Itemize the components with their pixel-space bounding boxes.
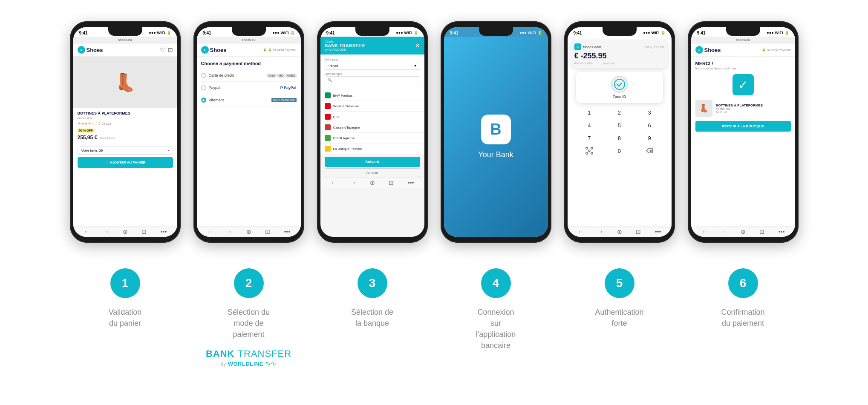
status-icons-1: ●●● WiFi 🔋 bbox=[149, 31, 171, 35]
pin-2[interactable]: 2 bbox=[611, 106, 628, 118]
fwd-btn-1[interactable]: → bbox=[103, 228, 109, 235]
pin-6[interactable]: 6 bbox=[641, 119, 658, 131]
back-btn-3[interactable]: ← bbox=[331, 179, 337, 186]
pin-delete[interactable] bbox=[641, 145, 658, 157]
notif-subtitle: Authentication payment bbox=[574, 62, 665, 65]
bt-close-icon[interactable]: ✕ bbox=[415, 42, 420, 49]
logo-icon-2: ♦ bbox=[201, 46, 209, 54]
suivant-btn[interactable]: Suivant bbox=[325, 157, 420, 167]
add-btn-1[interactable]: ⊕ bbox=[123, 228, 128, 235]
pin-9[interactable]: 9 bbox=[641, 132, 658, 144]
payment-option-paypal[interactable]: Paypal P PayPal bbox=[201, 82, 297, 94]
bank-item-bnp[interactable]: BNP Paribas bbox=[320, 90, 424, 101]
bank-item-cic[interactable]: CIC bbox=[320, 112, 424, 122]
step-4: 4 Connexionsurl'applicationbancaire bbox=[434, 268, 558, 351]
faceid-dialog: Face ID bbox=[576, 72, 663, 103]
step-circle-2: 2 bbox=[234, 268, 264, 298]
pin-8[interactable]: 8 bbox=[611, 132, 628, 144]
phone1: 9:41 ●●● WiFi 🔋 shoes.eu ♦ Shoes bbox=[70, 21, 181, 243]
bank-item-ca[interactable]: Crédit Agricole bbox=[320, 133, 424, 144]
back-btn-2[interactable]: ← bbox=[207, 228, 213, 235]
more-btn-2[interactable]: ••• bbox=[284, 228, 291, 235]
fwd-btn-6[interactable]: → bbox=[721, 228, 727, 235]
radio-card[interactable] bbox=[201, 73, 206, 78]
more-btn-1[interactable]: ••• bbox=[161, 228, 167, 235]
faceid-label: Face ID bbox=[612, 95, 626, 99]
pin-7[interactable]: 7 bbox=[581, 132, 598, 144]
phone2-wrapper: 9:41 ●●● WiFi 🔋 shoes.eu ♦ Shoes bbox=[193, 21, 304, 243]
fwd-btn-2[interactable]: → bbox=[227, 228, 233, 235]
pin-4[interactable]: 4 bbox=[581, 119, 598, 131]
status-bar-4: 9:41 ●●● WiFi 🔋 bbox=[444, 27, 548, 37]
phone4: 9:41 ●●● WiFi 🔋 B Your Bank bbox=[441, 21, 551, 243]
radio-virement[interactable] bbox=[201, 98, 206, 103]
time-2: 9:41 bbox=[203, 31, 211, 35]
secured-badge-6: 🔒 Secured Payment bbox=[762, 48, 791, 52]
pin-0[interactable]: 0 bbox=[611, 145, 628, 157]
phone6: 9:41 ●●● WiFi 🔋 shoes.eu ♦ Shoes bbox=[688, 21, 799, 243]
status-bar-3: 9:41 ●●● WiFi 🔋 bbox=[320, 27, 424, 37]
svg-rect-2 bbox=[591, 147, 593, 149]
tabs-btn-5[interactable]: ⊡ bbox=[636, 228, 641, 235]
app-logo-6: ♦ Shoes bbox=[695, 46, 721, 54]
add-to-cart-btn[interactable]: 🛒 AJOUTER AU PANIER bbox=[78, 157, 173, 168]
add-btn-3[interactable]: ⊕ bbox=[370, 179, 375, 186]
phone4-screen: 9:41 ●●● WiFi 🔋 B Your Bank bbox=[444, 27, 548, 237]
pin-1[interactable]: 1 bbox=[581, 106, 598, 118]
pin-5[interactable]: 5 bbox=[611, 119, 628, 131]
payment-content: Choose a payment method Carte de crédit … bbox=[197, 57, 301, 226]
payment-title: Choose a payment method bbox=[201, 61, 297, 66]
bottom-bar-3: ← → ⊕ ⊡ ••• bbox=[320, 177, 424, 188]
bank-search[interactable]: 🔍 bbox=[325, 76, 420, 84]
phone2-screen: 9:41 ●●● WiFi 🔋 shoes.eu ♦ Shoes bbox=[197, 27, 301, 237]
bank-label: Votre banque bbox=[325, 72, 420, 75]
more-btn-6[interactable]: ••• bbox=[779, 228, 785, 235]
phone6-wrapper: 9:41 ●●● WiFi 🔋 shoes.eu ♦ Shoes bbox=[688, 21, 799, 243]
step-label-2: Sélection dumode depaiement bbox=[228, 307, 270, 340]
payment-option-card[interactable]: Carte de crédit VISA MC AMEX bbox=[201, 69, 297, 82]
payment-option-virement[interactable]: Virement BANK TRANSFER bbox=[201, 94, 297, 106]
fwd-btn-3[interactable]: → bbox=[350, 179, 356, 186]
tabs-btn-1[interactable]: ⊡ bbox=[141, 228, 147, 235]
phone1-screen: 9:41 ●●● WiFi 🔋 shoes.eu ♦ Shoes bbox=[73, 27, 177, 237]
bottom-bar-2: ← → ⊕ ⊡ ••• bbox=[197, 226, 301, 237]
bank-transfer-header: Détails BANK TRANSFER by WORLDLINE ✕ bbox=[320, 37, 424, 55]
pin-3[interactable]: 3 bbox=[641, 106, 658, 118]
return-btn[interactable]: RETOUR À LA BOUTIQUE bbox=[695, 121, 791, 132]
bank-item-sg[interactable]: Société Générale bbox=[320, 101, 424, 112]
add-btn-2[interactable]: ⊕ bbox=[246, 228, 251, 235]
back-btn-6[interactable]: ← bbox=[701, 228, 707, 235]
back-btn-5[interactable]: ← bbox=[578, 228, 584, 235]
pin-faceid[interactable] bbox=[581, 145, 598, 157]
paypal-logo: P PayPal bbox=[280, 86, 297, 90]
step-label-1: Validationdu panier bbox=[109, 307, 142, 329]
country-select[interactable]: France ▼ bbox=[325, 62, 420, 70]
tabs-btn-6[interactable]: ⊡ bbox=[759, 228, 764, 235]
add-btn-5[interactable]: ⊕ bbox=[617, 228, 622, 235]
tabs-btn-2[interactable]: ⊡ bbox=[265, 228, 270, 235]
bank-app-name: Your Bank bbox=[478, 150, 513, 159]
add-btn-6[interactable]: ⊕ bbox=[741, 228, 746, 235]
status-bar-6: 9:41 ●●● WiFi 🔋 bbox=[691, 27, 795, 37]
more-btn-5[interactable]: ••• bbox=[655, 228, 661, 235]
tabs-btn-3[interactable]: ⊡ bbox=[389, 179, 394, 186]
svg-point-5 bbox=[588, 150, 590, 152]
fwd-btn-5[interactable]: → bbox=[597, 228, 603, 235]
bt-details: Détails bbox=[325, 40, 365, 43]
back-btn-1[interactable]: ← bbox=[84, 228, 89, 235]
more-btn-3[interactable]: ••• bbox=[408, 179, 414, 186]
status-bar-5: 9:41 ●●● WiFi 🔋 bbox=[568, 27, 672, 37]
bank-app-icon: B bbox=[481, 115, 511, 144]
heart-icon[interactable]: ♡ bbox=[160, 46, 165, 53]
radio-paypal[interactable] bbox=[201, 85, 206, 90]
status-bar-2: 9:41 ●●● WiFi 🔋 bbox=[197, 27, 301, 37]
size-select[interactable]: Votre taille: 39 › bbox=[78, 146, 173, 155]
bank-item-ce[interactable]: Caisse d'Epargne bbox=[320, 122, 424, 133]
bank-item-lbp[interactable]: La Banque Postale bbox=[320, 144, 424, 154]
annuler-btn[interactable]: Annuler bbox=[325, 168, 420, 177]
bank-transfer-logo: BANK TRANSFER bbox=[271, 98, 296, 102]
step-circle-4: 4 bbox=[481, 268, 511, 298]
bag-icon[interactable]: ⊡ bbox=[168, 46, 173, 53]
product-thumb-small: 👢 bbox=[695, 100, 712, 117]
bank-app-screen: B Your Bank bbox=[444, 37, 548, 237]
